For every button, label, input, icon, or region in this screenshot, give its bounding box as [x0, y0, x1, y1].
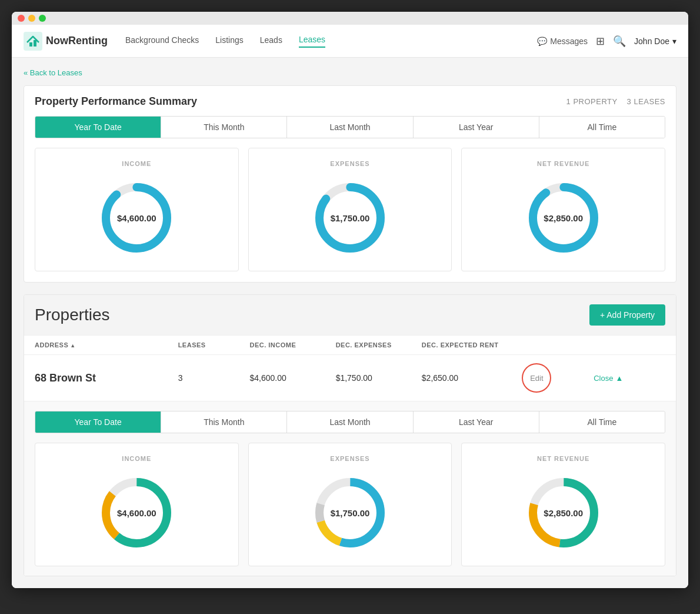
summary-title: Property Performance Summary: [35, 95, 197, 108]
back-link[interactable]: Back to Leases: [24, 68, 82, 77]
nav-listings[interactable]: Listings: [215, 35, 243, 47]
app-window: NowRenting Background Checks Listings Le…: [12, 12, 688, 588]
title-bar: [12, 12, 688, 25]
summary-meta: 1 PROPERTY 3 LEASES: [559, 97, 665, 106]
row-expected-rent: $2,650.00: [422, 373, 522, 383]
income-donut: $4,600.00: [95, 177, 178, 259]
expenses-donut: $1,750.00: [309, 177, 391, 259]
income-label: INCOME: [122, 160, 151, 167]
property-charts: INCOME $4,600.00: [35, 443, 665, 566]
row-address: 68 Brown St: [35, 372, 178, 384]
tab-last-year[interactable]: Last Year: [414, 117, 539, 138]
edit-button[interactable]: Edit: [522, 363, 551, 393]
minimize-dot[interactable]: [28, 15, 35, 22]
prop-expenses-donut: $1,750.00: [309, 472, 391, 554]
net-revenue-chart-card: NET REVENUE $2,850.00: [461, 148, 665, 271]
prop-income-value: $4,600.00: [117, 508, 156, 518]
expenses-value: $1,750.00: [331, 213, 370, 223]
nav-leases[interactable]: Leases: [299, 35, 325, 48]
message-bubble-icon: 💬: [537, 36, 547, 46]
col-close: [594, 341, 665, 349]
fullscreen-dot[interactable]: [39, 15, 46, 22]
property-count: 1 PROPERTY: [566, 97, 618, 106]
chevron-down-icon: ▾: [672, 36, 676, 46]
close-dot[interactable]: [18, 15, 25, 22]
col-leases: LEASES: [178, 341, 250, 349]
lease-count: 3 LEASES: [627, 97, 665, 106]
net-revenue-donut: $2,850.00: [522, 177, 605, 259]
prop-expenses-chart-card: EXPENSES $1,750.00: [248, 443, 452, 566]
nav-bar: NowRenting Background Checks Listings Le…: [12, 25, 688, 58]
property-tabs: Year To Date This Month Last Month Last …: [35, 411, 665, 433]
prop-expenses-value: $1,750.00: [331, 508, 370, 518]
nav-leads[interactable]: Leads: [260, 35, 282, 47]
prop-net-revenue-chart-card: NET REVENUE $2,850.00: [461, 443, 665, 566]
net-revenue-value: $2,850.00: [544, 213, 583, 223]
prop-tab-last-year[interactable]: Last Year: [414, 411, 539, 433]
col-expected-rent: DEC. EXPECTED RENT: [422, 341, 522, 349]
tab-last-month[interactable]: Last Month: [287, 117, 413, 138]
logo-text: NowRenting: [46, 35, 108, 47]
income-value: $4,600.00: [117, 213, 156, 223]
row-expenses: $1,750.00: [336, 373, 422, 383]
col-edit: [522, 341, 594, 349]
nav-messages[interactable]: 💬 Messages: [537, 36, 588, 46]
table-row: 68 Brown St 3 $4,600.00 $1,750.00 $2,650…: [24, 355, 676, 401]
nav-right: 💬 Messages ⊞ 🔍 John Doe ▾: [537, 35, 676, 48]
svg-rect-0: [24, 32, 42, 51]
prop-income-label: INCOME: [122, 455, 151, 462]
tab-all-time[interactable]: All Time: [539, 117, 665, 138]
row-leases: 3: [178, 373, 250, 383]
prop-tab-this-month[interactable]: This Month: [161, 411, 287, 433]
logo[interactable]: NowRenting: [24, 32, 108, 51]
svg-rect-2: [34, 40, 36, 47]
row-income: $4,600.00: [249, 373, 335, 383]
prop-net-revenue-value: $2,850.00: [544, 508, 583, 518]
income-chart-card: INCOME $4,600.00: [35, 148, 239, 271]
prop-tab-year-to-date[interactable]: Year To Date: [35, 411, 161, 433]
summary-header: Property Performance Summary 1 PROPERTY …: [35, 95, 665, 108]
prop-income-chart-card: INCOME $4,600.00: [35, 443, 239, 566]
properties-header: Properties + Add Property: [24, 295, 676, 335]
tab-year-to-date[interactable]: Year To Date: [35, 117, 161, 138]
prop-tab-last-month[interactable]: Last Month: [287, 411, 413, 433]
expenses-label: EXPENSES: [330, 160, 369, 167]
properties-section: Properties + Add Property ADDRESS LEASES…: [24, 294, 676, 576]
edit-button-wrapper: Edit: [522, 363, 594, 393]
summary-charts: INCOME $4,600.00 EXPENSES: [35, 148, 665, 271]
table-header: ADDRESS LEASES DEC. INCOME DEC. EXPENSES…: [24, 335, 676, 355]
property-detail: Year To Date This Month Last Month Last …: [24, 401, 676, 576]
prop-tab-all-time[interactable]: All Time: [539, 411, 665, 433]
prop-net-revenue-label: NET REVENUE: [537, 455, 589, 462]
add-property-button[interactable]: + Add Property: [589, 304, 665, 326]
add-icon[interactable]: ⊞: [596, 35, 605, 48]
properties-title: Properties: [35, 306, 110, 324]
summary-card: Property Performance Summary 1 PROPERTY …: [24, 85, 676, 283]
col-expenses: DEC. EXPENSES: [336, 341, 422, 349]
col-income: DEC. INCOME: [249, 341, 335, 349]
prop-income-donut: $4,600.00: [95, 472, 178, 554]
svg-rect-1: [29, 42, 32, 47]
user-menu[interactable]: John Doe ▾: [634, 36, 676, 46]
nav-links: Background Checks Listings Leads Leases: [125, 35, 537, 48]
search-icon[interactable]: 🔍: [613, 35, 626, 48]
summary-tabs: Year To Date This Month Last Month Last …: [35, 116, 665, 138]
prop-expenses-label: EXPENSES: [330, 455, 369, 462]
net-revenue-label: NET REVENUE: [537, 160, 589, 167]
nav-background-checks[interactable]: Background Checks: [125, 35, 199, 47]
tab-this-month[interactable]: This Month: [161, 117, 287, 138]
col-address[interactable]: ADDRESS: [35, 341, 178, 349]
prop-net-revenue-donut: $2,850.00: [522, 472, 605, 554]
chevron-up-icon: ▲: [615, 374, 623, 383]
expenses-chart-card: EXPENSES $1,750.00: [248, 148, 452, 271]
main-content: Back to Leases Property Performance Summ…: [12, 58, 688, 588]
close-button[interactable]: Close ▲: [594, 374, 665, 383]
